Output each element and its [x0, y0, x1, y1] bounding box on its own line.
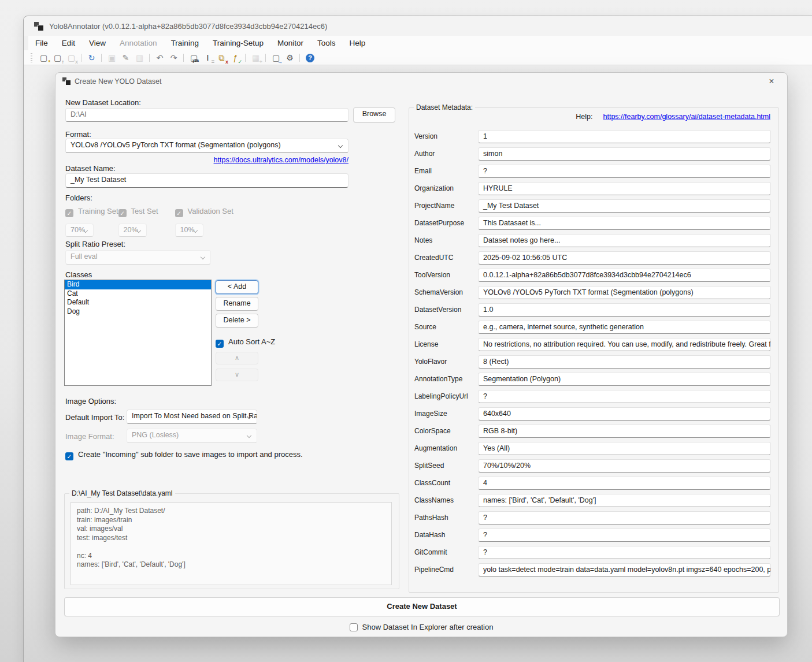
metadata-field-input[interactable]: ? — [478, 546, 771, 559]
close-icon[interactable]: × — [765, 75, 778, 88]
menu-tools[interactable]: Tools — [310, 37, 343, 49]
yaml-preview[interactable]: path: D:/AI_My Test Dataset/ train: imag… — [71, 502, 392, 585]
metadata-field-input[interactable]: RGB 8-bit) — [478, 425, 771, 438]
tools-gear-icon[interactable]: ⚙ — [284, 52, 296, 64]
rename-icon[interactable]: I = — [202, 52, 214, 64]
menu-file[interactable]: File — [28, 37, 55, 49]
folder-set-checkbox[interactable] — [118, 209, 127, 217]
metadata-help-link[interactable]: https://fearby.com/glossary/ai/dataset-m… — [603, 113, 770, 121]
metadata-field-input[interactable]: Segmentation (Polygon) — [478, 373, 771, 386]
delete-class-button[interactable]: Delete > — [216, 314, 258, 328]
metadata-field-input[interactable]: 1.0 — [478, 303, 771, 317]
redo-icon[interactable]: ↷ — [168, 52, 180, 64]
metadata-field-input[interactable]: names: ['Bird', 'Cat', 'Default', 'Dog'] — [478, 494, 771, 507]
split-percent-select[interactable]: 20% — [118, 224, 147, 237]
menu-monitor[interactable]: Monitor — [270, 37, 310, 49]
metadata-field-input[interactable]: ? — [478, 529, 771, 542]
metadata-row: License No restrictions, no attribution … — [409, 337, 778, 355]
metadata-field-input[interactable]: 70%/10%/20% — [478, 459, 771, 473]
metadata-field-input[interactable]: simon — [478, 147, 771, 161]
menu-edit[interactable]: Edit — [55, 37, 82, 49]
incoming-checkbox[interactable] — [65, 452, 73, 460]
metadata-field-input[interactable]: 8 (Rect) — [478, 355, 771, 369]
metadata-field-input[interactable]: ? — [478, 511, 771, 525]
metadata-field-input[interactable]: ? — [478, 165, 771, 178]
metadata-field-input[interactable]: No restrictions, no attribution required… — [478, 338, 771, 351]
edit-save-icon[interactable]: ✎ — [120, 52, 132, 64]
save-icon[interactable]: ▣ — [106, 52, 118, 64]
metadata-field-input[interactable]: HYRULE — [478, 182, 771, 195]
metadata-field-label: DatasetVersion — [414, 306, 461, 314]
metadata-field-input[interactable]: 640x640 — [478, 407, 771, 421]
metadata-field-input[interactable]: 0.0.12.1-alpha+82a86b5db3077d8fce3934d3c… — [478, 269, 771, 282]
class-list-item[interactable]: Dog — [65, 307, 211, 317]
metadata-row: PathsHash ? — [409, 511, 778, 528]
import-page-icon[interactable]: ▢ ↑ — [51, 52, 64, 64]
metadata-field-input[interactable]: 2025-09-02 10:56:05 UTC — [478, 251, 771, 265]
menu-view[interactable]: View — [82, 37, 113, 49]
move-class-up-button[interactable]: ∧ — [216, 352, 258, 365]
metadata-field-input[interactable]: yolo task=detect mode=train data=data.ya… — [478, 563, 771, 577]
y8a-file-icon[interactable]: ▢ y8a — [188, 52, 200, 64]
split-percent-select[interactable]: 10% — [175, 224, 203, 237]
image-format-select[interactable]: PNG (Losless) — [127, 429, 257, 443]
split-preset-select[interactable]: Full eval — [65, 250, 211, 265]
export-icon[interactable]: ▢ → — [270, 52, 282, 64]
metadata-row: PipelineCmd yolo task=detect mode=train … — [409, 563, 778, 580]
default-import-label: Default Import To: — [65, 413, 124, 422]
menu-training-setup[interactable]: Training-Setup — [206, 37, 270, 49]
metadata-field-input[interactable]: e.g., camera, internet source, synthetic… — [478, 321, 771, 334]
show-in-explorer-checkbox[interactable] — [350, 623, 358, 631]
save-as-page-icon[interactable]: ▢ x — [65, 52, 77, 64]
metadata-field-input[interactable]: 4 — [478, 477, 771, 490]
create-dataset-button[interactable]: Create New Dataset — [64, 597, 780, 616]
browse-button[interactable]: Browse — [353, 107, 395, 122]
classes-listbox[interactable]: Bird Cat Default Dog — [64, 280, 212, 386]
class-list-item[interactable]: Cat — [65, 289, 211, 299]
class-list-item[interactable]: Bird — [65, 280, 211, 289]
new-dataset-icon[interactable]: ▢ * — [38, 52, 50, 64]
move-class-down-button[interactable]: ∨ — [216, 369, 258, 381]
class-list-item[interactable]: Default — [65, 298, 211, 307]
menu-help[interactable]: Help — [342, 37, 372, 49]
metadata-field-input[interactable]: _My Test Dataset — [478, 199, 771, 213]
ultralytics-docs-link[interactable]: https://docs.ultralytics.com/models/yolo… — [214, 156, 348, 164]
folder-set-label: Test Set — [131, 207, 158, 215]
yaml-line: train: images/train — [77, 516, 385, 525]
toolbar-separator — [79, 52, 84, 64]
split-percent-select[interactable]: 70% — [65, 224, 94, 237]
rename-class-button[interactable]: Rename — [216, 297, 258, 311]
chevron-down-icon — [201, 255, 205, 259]
location-input[interactable]: D:\AI — [65, 108, 348, 122]
show-in-explorer-label: Show Dataset In Explorer after creation — [362, 623, 494, 631]
refresh-icon[interactable]: ↻ — [86, 52, 98, 64]
help-icon[interactable]: ? — [304, 52, 316, 64]
metadata-field-input[interactable]: Dataset notes go here... — [478, 234, 771, 247]
dataset-name-input[interactable]: _My Test Dataset — [65, 173, 348, 188]
dialog-titlebar: Create New YOLO Dataset × — [55, 73, 787, 90]
toolbar-separator — [298, 52, 302, 64]
dataset-name-label: Dataset Name: — [65, 164, 116, 173]
undo-icon[interactable]: ↶ — [154, 52, 166, 64]
archive-icon[interactable]: ▥ — [134, 52, 146, 64]
metadata-field-input[interactable]: YOLOv8 /YOLOv5 PyTorch TXT format (Segme… — [478, 286, 771, 299]
metadata-field-input[interactable]: ? — [478, 390, 771, 403]
menu-training[interactable]: Training — [164, 37, 206, 49]
run-check-icon[interactable]: ƒ ✓ — [229, 52, 242, 64]
image-add-icon[interactable]: ▦ + — [250, 52, 262, 64]
metadata-field-label: ClassNames — [414, 496, 454, 504]
folder-set-checkbox[interactable] — [65, 209, 73, 217]
txt-export-icon[interactable]: ⧉ x — [216, 52, 228, 64]
format-select[interactable]: YOLOv8 /YOLOv5 PyTorch TXT format (Segme… — [65, 139, 348, 153]
metadata-field-input[interactable]: 1 — [478, 130, 771, 143]
yaml-group-title: D:\AI_My Test Dataset\data.yaml — [69, 489, 175, 497]
add-class-button[interactable]: < Add — [216, 280, 258, 294]
toolbar: ▢ * ▢ ↑ ▢ x ↻ — [24, 50, 812, 65]
folder-set-checkbox[interactable] — [175, 209, 183, 217]
menu-annotation[interactable]: Annotation — [113, 37, 164, 49]
metadata-row: Version 1 — [409, 129, 778, 147]
autosort-checkbox[interactable] — [216, 340, 224, 348]
metadata-field-input[interactable]: This Datasaet is... — [478, 217, 771, 230]
metadata-field-input[interactable]: Yes (All) — [478, 442, 771, 455]
default-import-select[interactable]: Import To Most Need based on Split Ra — [127, 410, 257, 424]
